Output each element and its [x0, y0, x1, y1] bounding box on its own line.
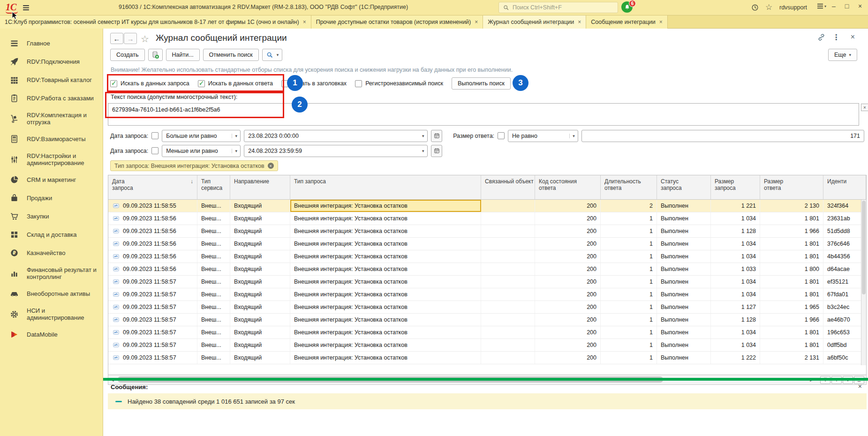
identifier-cell[interactable]: b3c24ec	[823, 301, 866, 313]
table-row[interactable]: 09.09.2023 11:58:56 Внеш... Входящий Вне…	[108, 225, 866, 238]
sidebar-item[interactable]: CRM и маркетинг	[0, 171, 103, 189]
direction-cell[interactable]: Входящий	[230, 301, 290, 313]
service-type-cell[interactable]: Внеш...	[197, 200, 230, 212]
current-user[interactable]: rdvsupport	[779, 4, 807, 11]
request-size-cell[interactable]: 1 034	[711, 326, 760, 338]
response-duration-cell[interactable]: 2	[601, 200, 657, 212]
direction-cell[interactable]: Входящий	[230, 352, 290, 364]
identifier-cell[interactable]: 4b44356	[823, 250, 866, 263]
get-link-icon[interactable]	[817, 33, 826, 42]
sidebar-item[interactable]: Казначейство	[0, 244, 103, 262]
request-type-cell[interactable]: Внешняя интеграция: Установка остатков	[290, 326, 481, 338]
message-item[interactable]: Найдено 38 совпадений среди 1 016 651 за…	[108, 393, 867, 409]
identifier-cell[interactable]: d64acae	[823, 263, 866, 275]
service-type-cell[interactable]: Внеш...	[197, 288, 230, 301]
search-split-button[interactable]: ▾	[262, 49, 283, 61]
table-column-header[interactable]: Размер запроса	[711, 175, 760, 199]
request-date-cell[interactable]: 09.09.2023 11:58:57	[108, 314, 197, 326]
window-tab[interactable]: Прочие доступные остатки товаров (истори…	[311, 15, 483, 29]
related-object-cell[interactable]	[481, 200, 535, 212]
response-code-cell[interactable]: 200	[535, 339, 601, 351]
table-column-header[interactable]: Направление	[230, 175, 290, 199]
sidebar-item[interactable]: RDV:Взаиморасчеты	[0, 130, 103, 148]
request-size-cell[interactable]: 1 034	[711, 288, 760, 301]
back-button[interactable]: ←	[110, 33, 123, 44]
request-status-cell[interactable]: Выполнен	[657, 212, 711, 225]
related-object-cell[interactable]	[481, 301, 535, 313]
response-duration-cell[interactable]: 1	[601, 288, 657, 301]
service-type-cell[interactable]: Внеш...	[197, 301, 230, 313]
request-status-cell[interactable]: Выполнен	[657, 200, 711, 212]
sidebar-item[interactable]: RDV:Работа с заказами	[0, 89, 103, 107]
identifier-cell[interactable]: 0dff5bd	[823, 339, 866, 351]
response-duration-cell[interactable]: 1	[601, 225, 657, 237]
request-date-cell[interactable]: 09.09.2023 11:58:56	[108, 212, 197, 225]
table-column-header[interactable]: Размер ответа	[760, 175, 823, 199]
dropdown-icon[interactable]: ▾	[419, 149, 427, 153]
response-code-cell[interactable]: 200	[535, 200, 601, 212]
request-size-cell[interactable]: 1 034	[711, 238, 760, 250]
identifier-cell[interactable]: ae46b70	[823, 314, 866, 326]
global-search-input[interactable]: Поиск Ctrl+Shift+F	[498, 2, 618, 13]
response-size-cell[interactable]: 1 801	[760, 339, 823, 351]
request-date-cell[interactable]: 09.09.2023 11:58:57	[108, 352, 197, 364]
search-in-request-checkbox[interactable]: Искать в данных запроса	[110, 80, 189, 87]
find-button[interactable]: Найти...	[166, 49, 200, 61]
request-type-cell[interactable]: Внешняя интеграция: Установка остатков	[290, 225, 481, 237]
request-size-cell[interactable]: 1 034	[711, 339, 760, 351]
minimize-button[interactable]: –	[829, 2, 838, 10]
cancel-search-button[interactable]: Отменить поиск	[203, 49, 259, 61]
request-status-cell[interactable]: Выполнен	[657, 326, 711, 338]
main-menu-icon[interactable]	[22, 3, 30, 12]
response-size-cell[interactable]: 1 966	[760, 225, 823, 237]
request-size-cell[interactable]: 1 033	[711, 263, 760, 275]
request-type-cell[interactable]: Внешняя интеграция: Установка остатков	[290, 288, 481, 301]
related-object-cell[interactable]	[481, 238, 535, 250]
service-type-cell[interactable]: Внеш...	[197, 212, 230, 225]
response-duration-cell[interactable]: 1	[601, 250, 657, 263]
request-status-cell[interactable]: Выполнен	[657, 250, 711, 263]
request-date-cell[interactable]: 09.09.2023 11:58:57	[108, 276, 197, 288]
response-size-input[interactable]: 171	[581, 130, 864, 142]
response-duration-cell[interactable]: 1	[601, 352, 657, 364]
table-row[interactable]: 09.09.2023 11:58:57 Внеш... Входящий Вне…	[108, 314, 866, 326]
request-date-cell[interactable]: 09.09.2023 11:58:56	[108, 263, 197, 275]
table-row[interactable]: 09.09.2023 11:58:56 Внеш... Входящий Вне…	[108, 238, 866, 250]
related-object-cell[interactable]	[481, 314, 535, 326]
response-size-operator-select[interactable]: Не равно▾	[508, 130, 578, 142]
sidebar-item[interactable]: Склад и доставка	[0, 226, 103, 244]
sidebar-item[interactable]: Внеоборотные активы	[0, 285, 103, 303]
response-size-cell[interactable]: 1 801	[760, 238, 823, 250]
date-from-use-checkbox[interactable]	[151, 132, 159, 139]
response-duration-cell[interactable]: 1	[601, 301, 657, 313]
related-object-cell[interactable]	[481, 339, 535, 351]
table-row[interactable]: 09.09.2023 11:58:57 Внеш... Входящий Вне…	[108, 301, 866, 314]
request-date-cell[interactable]: 09.09.2023 11:58:55	[108, 200, 197, 212]
request-status-cell[interactable]: Выполнен	[657, 314, 711, 326]
service-menu-icon[interactable]: ▾	[816, 2, 828, 11]
checkbox-icon[interactable]	[355, 80, 362, 87]
table-column-header[interactable]: Статус запроса	[657, 175, 711, 199]
related-object-cell[interactable]	[481, 288, 535, 301]
response-code-cell[interactable]: 200	[535, 263, 601, 275]
sidebar-item[interactable]: Продажи	[0, 189, 103, 207]
more-button[interactable]: Еще▾	[828, 49, 857, 61]
response-duration-cell[interactable]: 1	[601, 339, 657, 351]
request-type-cell[interactable]: Внешняя интеграция: Установка остатков	[290, 276, 481, 288]
sidebar-item[interactable]: Закупки	[0, 207, 103, 226]
table-column-header[interactable]: Дата↓ запроса	[108, 175, 197, 199]
response-code-cell[interactable]: 200	[535, 326, 601, 338]
service-type-cell[interactable]: Внеш...	[197, 225, 230, 237]
request-type-cell[interactable]: Внешняя интеграция: Установка остатков	[290, 212, 481, 225]
request-size-cell[interactable]: 1 128	[711, 314, 760, 326]
request-status-cell[interactable]: Выполнен	[657, 276, 711, 288]
response-code-cell[interactable]: 200	[535, 352, 601, 364]
copy-button[interactable]	[148, 49, 163, 61]
clear-text-icon[interactable]: ×	[861, 104, 868, 111]
vertical-scrollbar-thumb[interactable]	[862, 201, 866, 294]
request-status-cell[interactable]: Выполнен	[657, 225, 711, 237]
table-column-header[interactable]: Тип запроса	[290, 175, 481, 199]
response-size-cell[interactable]: 2 131	[760, 352, 823, 364]
response-size-cell[interactable]: 1 800	[760, 263, 823, 275]
response-code-cell[interactable]: 200	[535, 301, 601, 313]
